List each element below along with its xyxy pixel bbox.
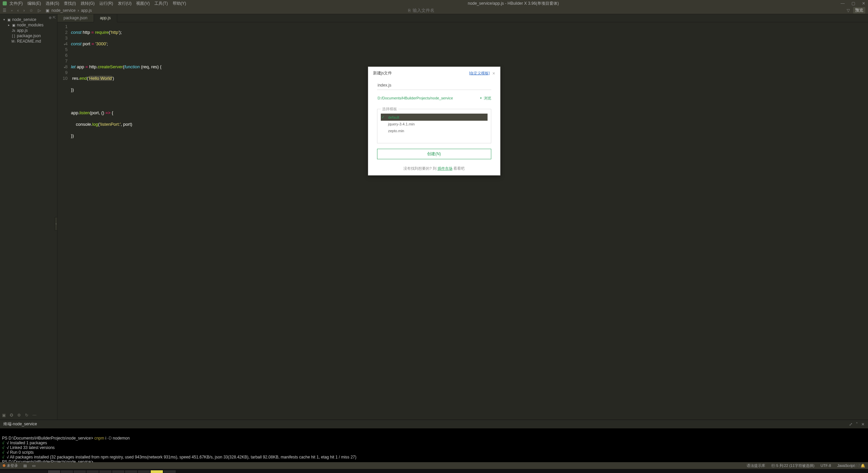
app-logo-icon (3, 1, 7, 5)
menu-help[interactable]: 帮助(Y) (173, 1, 186, 6)
breadcrumb-file[interactable]: app.js (81, 8, 92, 13)
file-search: ⎘ (408, 8, 460, 13)
path-dropdown-icon[interactable]: ▾ (480, 96, 482, 100)
chevron-down-icon: ▾ (3, 18, 5, 21)
explorer-icon[interactable]: ☰ (3, 8, 6, 13)
plugin-market-link[interactable]: 插件市场 (438, 166, 452, 170)
term-line: √ Run 0 scripts (7, 450, 34, 455)
sidebar-toggle[interactable]: ‹ (55, 217, 57, 231)
side-icon-5[interactable]: ⋯ (32, 413, 36, 418)
terminal-title: 终端-node_service (3, 421, 37, 427)
menu-file[interactable]: 文件(F) (9, 1, 23, 6)
editor-tabs: package.json app.js (57, 14, 868, 22)
sidebar-bottom-icons: ▣ ✪ ⚙ ↻ ⋯ (2, 413, 36, 418)
terminal-header: 终端-node_service ⤢ ˄ ✕ (0, 420, 868, 428)
menu-select[interactable]: 选择(S) (46, 1, 59, 6)
window-controls: — ▢ ✕ (841, 1, 865, 6)
tree-readme[interactable]: M↓README.md (0, 39, 57, 44)
menu-publish[interactable]: 发行(U) (118, 1, 132, 6)
js-file-icon: Js (11, 29, 16, 32)
tree-label: node_service (12, 17, 36, 22)
side-icon-1[interactable]: ▣ (2, 413, 6, 418)
term-line: PS D:\Documents\HBuilderProjects\node_se… (2, 459, 97, 462)
terminal-max-icon[interactable]: ⤢ (849, 422, 852, 427)
dialog-title: 新建js文件 (373, 70, 392, 76)
tree-label: package.json (17, 33, 41, 38)
side-icon-4[interactable]: ↻ (25, 413, 28, 418)
side-icon-3[interactable]: ⚙ (17, 413, 21, 418)
title-bar: 文件(F) 编辑(E) 选择(S) 查找(I) 跳转(G) 运行(R) 发行(U… (0, 0, 868, 7)
folder-icon: ▣ (7, 18, 11, 22)
window-title: node_service/app.js - HBuilder X 3.96(单项… (186, 1, 841, 6)
menu-run[interactable]: 运行(R) (99, 1, 113, 6)
status-bar: 未登录 ▤ ▭ 语法提示库 行:5 列:22 (11字符被选择) UTF-8 J… (0, 462, 868, 469)
create-button[interactable]: 创建(N) (377, 149, 491, 159)
folder-icon: ▣ (46, 8, 49, 13)
collapse-icon[interactable]: ⇱ (53, 16, 56, 20)
syntax-lib[interactable]: 语法提示库 (747, 463, 765, 468)
template-zepto[interactable]: zepto.min (381, 127, 488, 134)
file-tree: ▾▣node_service ▸▣node_modules Jsapp.js [… (0, 16, 57, 45)
path-display[interactable]: D:/Documents/HBuilderProjects/node_servi… (377, 95, 478, 101)
menu-edit[interactable]: 编辑(E) (27, 1, 41, 6)
side-icon-2[interactable]: ✪ (10, 413, 13, 418)
pin-icon[interactable]: ⊕ (49, 16, 52, 20)
folder-icon: ▣ (11, 23, 16, 27)
tree-node-modules[interactable]: ▸▣node_modules (0, 22, 57, 28)
line-gutter: 1 2 3 ▾4 5 6 7 ▾8 9 10 (57, 24, 71, 420)
tree-label: node_modules (17, 23, 44, 27)
term-line: √ Linked 33 latest versions (7, 445, 55, 450)
search-input[interactable] (413, 8, 460, 13)
filename-input[interactable] (377, 81, 491, 90)
tab-package-json[interactable]: package.json (57, 14, 94, 22)
main-menu: 文件(F) 编辑(E) 选择(S) 查找(I) 跳转(G) 运行(R) 发行(U… (9, 1, 186, 6)
watermark: CSDN @郝语念 (838, 463, 865, 468)
cursor-position[interactable]: 行:5 列:22 (11字符被选择) (771, 463, 814, 468)
maximize-icon[interactable]: ▢ (851, 1, 855, 6)
filter-icon[interactable]: ▽ (847, 8, 850, 13)
template-jquery[interactable]: jquery-3.4.1.min (381, 121, 488, 127)
minimize-icon[interactable]: — (841, 1, 845, 6)
terminal[interactable]: PS D:\Documents\HBuilderProjects\node_se… (0, 428, 868, 462)
tab-app-js[interactable]: app.js (94, 14, 117, 22)
search-file-icon[interactable]: ⎘ (408, 8, 411, 13)
status-icon-1[interactable]: ▤ (23, 464, 27, 468)
template-fieldset: 选择模板 ✓default jquery-3.4.1.min zepto.min (377, 107, 491, 143)
menu-tools[interactable]: 工具(T) (154, 1, 168, 6)
login-status[interactable]: 未登录 (3, 463, 18, 468)
template-default[interactable]: ✓default (381, 114, 488, 121)
encoding[interactable]: UTF-8 (820, 464, 831, 468)
tree-package-json[interactable]: [ ]package.json (0, 33, 57, 39)
terminal-up-icon[interactable]: ˄ (856, 422, 858, 427)
dialog-close-icon[interactable]: × (492, 72, 495, 75)
forward-icon[interactable]: › (23, 8, 25, 13)
new-file-icon[interactable]: ▫ (11, 8, 13, 13)
custom-template-link[interactable]: [自定义模板] (469, 71, 490, 76)
breadcrumb-project[interactable]: node_service (51, 8, 75, 13)
breadcrumb-sep: › (78, 8, 79, 13)
taskbar (0, 469, 868, 473)
md-file-icon: M↓ (11, 40, 16, 43)
run-icon[interactable]: ▷ (38, 8, 41, 13)
breadcrumb: ▣ node_service › app.js (46, 8, 92, 13)
chevron-right-icon: ▸ (7, 23, 10, 27)
check-icon: ✓ (381, 115, 388, 119)
browse-button[interactable]: 浏览 (484, 96, 491, 101)
star-icon[interactable]: ☆ (29, 8, 33, 13)
menu-view[interactable]: 视图(V) (136, 1, 150, 6)
term-line: √ All packages installed (32 packages in… (7, 455, 356, 459)
back-icon[interactable]: ‹ (17, 8, 19, 13)
terminal-close-icon[interactable]: ✕ (861, 422, 865, 427)
close-icon[interactable]: ✕ (862, 1, 865, 6)
toolbar: ☰ ▫ ‹ › ☆ ▷ ▣ node_service › app.js ⎘ ▽ … (0, 7, 868, 14)
new-file-dialog: 新建js文件 [自定义模板] × D:/Documents/HBuilderPr… (368, 67, 500, 175)
term-line: √ Installed 1 packages (7, 441, 47, 445)
menu-goto[interactable]: 跳转(G) (81, 1, 95, 6)
template-legend: 选择模板 (381, 107, 398, 112)
term-line: PS D:\Documents\HBuilderProjects\node_se… (2, 436, 94, 441)
menu-find[interactable]: 查找(I) (64, 1, 76, 6)
tree-app-js[interactable]: Jsapp.js (0, 28, 57, 33)
preview-button[interactable]: 预览 (853, 7, 865, 14)
status-icon-2[interactable]: ▭ (32, 464, 35, 468)
json-file-icon: [ ] (11, 34, 16, 38)
